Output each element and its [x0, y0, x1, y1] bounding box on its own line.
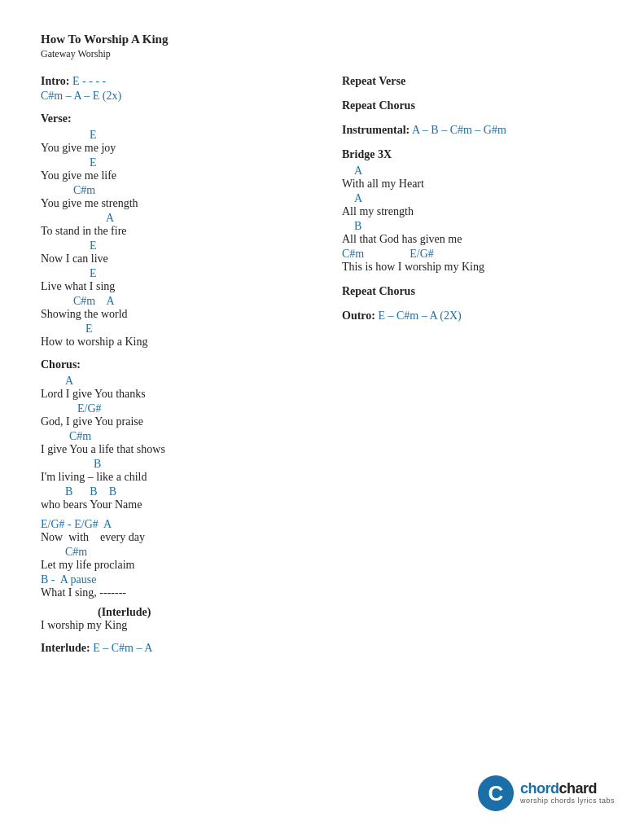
instrumental-label: Instrumental: [342, 124, 410, 136]
verse-lyric-3: You give me strength [41, 197, 318, 210]
verse-chord-1: E [90, 129, 318, 142]
bridge-chord-4: C#m E/G# [342, 248, 603, 261]
interlude-line: Interlude: E – C#m – A [41, 642, 318, 655]
verse-lyric-8: How to worship a King [41, 336, 318, 349]
logo-icon [478, 775, 514, 811]
chorus-chord-3: C#m [69, 430, 318, 443]
chorus-chord-2: E/G# [77, 402, 318, 415]
repeat-chorus-2: Repeat Chorus [342, 285, 603, 298]
verse-chord-4: A [106, 212, 318, 225]
instrumental-value: A – B – C#m – G#m [412, 124, 506, 136]
chorus-lines: A Lord I give You thanks E/G# God, I giv… [41, 375, 318, 632]
logo-main-text: chordchard [520, 781, 615, 797]
bridge-chord-3: B [354, 220, 603, 233]
outro-line: Outro: E – C#m – A (2X) [342, 309, 603, 323]
chorus-chord-7: C#m [65, 546, 318, 559]
chorus-lyric-1: Lord I give You thanks [41, 388, 318, 401]
verse-chord-8: E [85, 323, 318, 336]
song-title: How To Worship A King [41, 33, 603, 46]
intro-chord-2: C#m – A – E (2x) [41, 90, 121, 102]
verse-chord-2: E [90, 156, 318, 169]
bridge-lyric-2: All my strength [342, 205, 603, 218]
chorus-chord-5: B B B [65, 485, 318, 498]
chorus-lyric-5: who bears Your Name [41, 498, 318, 511]
verse-lyric-4: To stand in the fire [41, 225, 318, 238]
verse-chord-6: E [90, 267, 318, 280]
verse-chord-3: C#m [73, 184, 318, 197]
interlude-label: Interlude: [41, 642, 90, 654]
repeat-chorus-1: Repeat Chorus [342, 99, 603, 112]
logo-text: chordchard worship chords lyrics tabs [520, 781, 615, 805]
outro-value: E – C#m – A (2X) [378, 309, 461, 322]
logo-area: chordchard worship chords lyrics tabs [478, 775, 615, 811]
bridge-label: Bridge 3X [342, 148, 603, 161]
chorus-chord-6: E/G# - E/G# A [41, 518, 318, 531]
verse-label: Verse: [41, 112, 318, 125]
chorus-interlude-label: (Interlude) [98, 606, 318, 619]
chorus-lyric-8: What I sing, ------- [41, 586, 318, 599]
bridge-chord-1: A [354, 165, 603, 178]
bridge-lines: A With all my Heart A All my strength B … [342, 165, 603, 274]
verse-lyric-1: You give me joy [41, 142, 318, 155]
verse-lyric-5: Now I can live [41, 252, 318, 266]
chorus-lyric-3: I give You a life that shows [41, 443, 318, 456]
verse-lyric-2: You give me life [41, 169, 318, 182]
interlude-value: E – C#m – A [93, 642, 152, 654]
outro-label: Outro: [342, 309, 375, 322]
song-artist: Gateway Worship [41, 48, 603, 60]
verse-lines: E You give me joy E You give me life C#m… [41, 129, 318, 349]
chorus-chord-1: A [65, 375, 318, 388]
verse-lyric-7: Showing the world [41, 308, 318, 321]
bridge-lyric-1: With all my Heart [342, 178, 603, 191]
verse-chord-7: C#m A [41, 295, 318, 308]
bridge-lyric-4: This is how I worship my King [342, 261, 603, 274]
chorus-lyric-2: God, I give You praise [41, 415, 318, 428]
chorus-chord-4: B [94, 458, 318, 471]
intro-chord-e: E - - - - [72, 75, 106, 87]
chorus-lyric-4: I'm living – like a child [41, 471, 318, 484]
repeat-verse: Repeat Verse [342, 75, 603, 88]
bridge-lyric-3: All that God has given me [342, 233, 603, 246]
intro-label: Intro: [41, 75, 70, 87]
chorus-lyric-9: I worship my King [41, 619, 318, 632]
verse-lyric-6: Live what I sing [41, 280, 318, 293]
chorus-label: Chorus: [41, 358, 318, 371]
chorus-chord-8: B - A pause [41, 573, 318, 586]
instrumental-line: Instrumental: A – B – C#m – G#m [342, 124, 603, 137]
chorus-lyric-6: Now with every day [41, 531, 318, 544]
bridge-chord-2: A [354, 192, 603, 205]
logo-sub-text: worship chords lyrics tabs [520, 797, 615, 805]
verse-chord-5: E [90, 239, 318, 252]
chorus-lyric-7: Let my life proclaim [41, 559, 318, 572]
